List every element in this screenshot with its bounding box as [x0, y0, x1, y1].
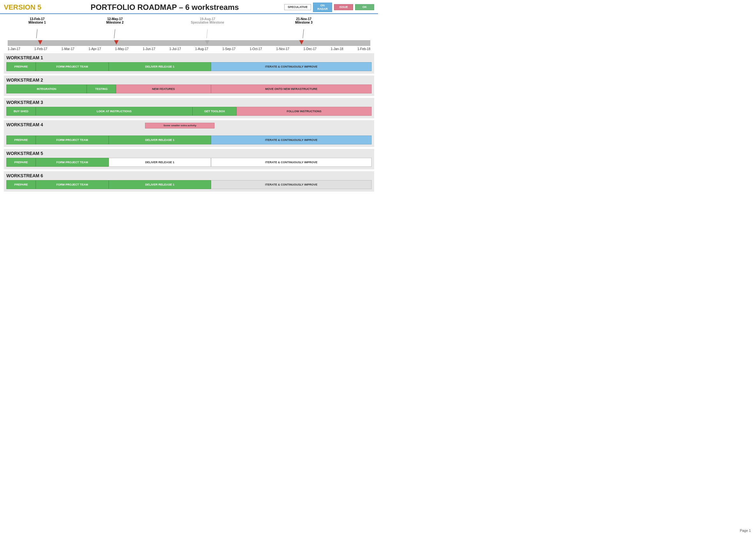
workstream-2: WORKSTREAM 2 INTEGRATION TESTING NEW FEA…: [4, 75, 374, 96]
milestone-marker-3: [205, 40, 209, 44]
milestone-marker-2: [114, 40, 119, 44]
milestone-1-label: 13-Feb-17 Milestone 1: [28, 17, 45, 24]
svg-line-1: [114, 29, 115, 38]
svg-line-0: [36, 29, 37, 38]
workstream-6-title: WORKSTREAM 6: [6, 173, 372, 178]
milestone-3-name: Speculative Milestone: [191, 21, 224, 24]
milestone-3-date: 19-Aug-17: [191, 17, 224, 21]
ws3-bar-look-instructions: LOOK AT INSTRUCTIONS: [36, 107, 193, 116]
tl-aug17: 1-Aug-17: [195, 47, 208, 51]
workstream-6: WORKSTREAM 6 PREPARE FORM PROJECT TEAM D…: [4, 171, 374, 192]
legend-on-radar: ONRADAR: [313, 3, 332, 12]
ws1-bar-prepare: PREPARE: [6, 62, 36, 71]
milestone-3-connector: [203, 29, 212, 39]
milestone-4-name: Milestone 3: [295, 21, 312, 24]
ws3-bar-follow-instructions: FOLLOW INSTRUCTIONS: [236, 107, 372, 116]
ws1-bar-form-team: FORM PROJECT TEAM: [36, 62, 109, 71]
workstreams-container: WORKSTREAM 1 PREPARE FORM PROJECT TEAM D…: [0, 51, 378, 195]
tl-dec17: 1-Dec-17: [303, 47, 316, 51]
ws6-bar-deliver: DELIVER RELEASE 1: [109, 180, 211, 189]
milestone-annotations: 13-Feb-17 Milestone 1 12-May-17 Mileston…: [4, 17, 374, 40]
tl-mar17: 1-Mar-17: [62, 47, 75, 51]
timeline-section: 13-Feb-17 Milestone 1 12-May-17 Mileston…: [0, 14, 378, 51]
workstream-5: WORKSTREAM 5 PREPARE FORM PROJECT TEAM D…: [4, 149, 374, 169]
ws6-bar-form-team: FORM PROJECT TEAM: [36, 180, 109, 189]
milestone-2-date: 12-May-17: [106, 17, 123, 21]
legend-speculative: SPECULATIVE: [284, 4, 311, 10]
legend: SPECULATIVE ONRADAR ISSUE OK: [284, 3, 374, 12]
milestone-4-connector: [299, 29, 309, 39]
tl-feb18: 1-Feb-18: [357, 47, 370, 51]
ws2-bar-move-infra: MOVE ONTO NEW INFRASTRUCTURE: [211, 84, 372, 94]
ws6-bar-iterate: ITERATE & CONTINUOUSLY IMPROVE: [211, 180, 372, 189]
workstream-4-gantt: PREPARE FORM PROJECT TEAM DELIVER RELEAS…: [6, 135, 372, 144]
ws2-bar-new-features: NEW FEATURES: [116, 84, 211, 94]
ws5-bar-prepare: PREPARE: [6, 158, 36, 167]
tl-jan18: 1-Jan-18: [331, 47, 343, 51]
version-label: VERSION 5: [4, 3, 45, 12]
workstream-1: WORKSTREAM 1 PREPARE FORM PROJECT TEAM D…: [4, 53, 374, 74]
tl-nov17: 1-Nov-17: [276, 47, 289, 51]
ws6-bar-prepare: PREPARE: [6, 180, 36, 189]
workstream-1-gantt: PREPARE FORM PROJECT TEAM DELIVER RELEAS…: [6, 62, 372, 71]
svg-line-3: [303, 29, 304, 38]
ws2-bar-integration: INTEGRATION: [6, 84, 87, 94]
workstream-3: WORKSTREAM 3 BUY SHED LOOK AT INSTRUCTIO…: [4, 98, 374, 118]
workstream-4: WORKSTREAM 4 Some smaller extra activity…: [4, 120, 374, 147]
legend-issue: ISSUE: [334, 4, 353, 10]
milestone-4-label: 21-Nov-17 Milestone 3: [295, 17, 312, 24]
tl-may17: 1-May-17: [115, 47, 128, 51]
tl-apr17: 1-Apr-17: [89, 47, 101, 51]
ws4-bar-form-team: FORM PROJECT TEAM: [36, 135, 109, 144]
milestone-1-name: Milestone 1: [28, 21, 45, 24]
workstream-3-gantt: BUY SHED LOOK AT INSTRUCTIONS GET TOOLBO…: [6, 107, 372, 116]
ws5-bar-deliver: DELIVER RELEASE 1: [109, 158, 211, 167]
timeline-labels: 1-Jan-17 1-Feb-17 1-Mar-17 1-Apr-17 1-Ma…: [8, 46, 370, 51]
workstream-2-title: WORKSTREAM 2: [6, 77, 372, 83]
tl-jul17: 1-Jul-17: [170, 47, 181, 51]
workstream-6-gantt: PREPARE FORM PROJECT TEAM DELIVER RELEAS…: [6, 180, 372, 189]
legend-ok: OK: [355, 4, 374, 10]
timeline-bar-container: 1-Jan-17 1-Feb-17 1-Mar-17 1-Apr-17 1-Ma…: [4, 40, 374, 51]
tl-feb17: 1-Feb-17: [35, 47, 47, 51]
tl-oct17: 1-Oct-17: [250, 47, 262, 51]
svg-line-2: [206, 29, 207, 38]
ws5-bar-form-team: FORM PROJECT TEAM: [36, 158, 109, 167]
timeline-bar: [8, 40, 370, 46]
tl-jan17: 1-Jan-17: [8, 47, 20, 51]
milestone-2-name: Milestone 2: [106, 21, 123, 24]
ws2-bar-testing: TESTING: [87, 84, 116, 94]
ws1-bar-deliver: DELIVER RELEASE 1: [109, 62, 211, 71]
ws3-bar-buy-shed: BUY SHED: [6, 107, 36, 116]
workstream-4-gantt-container: Some smaller extra activity PREPARE FORM…: [6, 129, 372, 144]
ws4-bar-deliver: DELIVER RELEASE 1: [109, 135, 211, 144]
workstream-2-gantt: INTEGRATION TESTING NEW FEATURES MOVE ON…: [6, 84, 372, 94]
tl-sep17: 1-Sep-17: [223, 47, 235, 51]
workstream-5-gantt: PREPARE FORM PROJECT TEAM DELIVER RELEAS…: [6, 158, 372, 167]
workstream-3-title: WORKSTREAM 3: [6, 100, 372, 105]
ws4-overlay-bar: Some smaller extra activity: [145, 123, 214, 128]
milestone-3-label: 19-Aug-17 Speculative Milestone: [191, 17, 224, 24]
header: VERSION 5 PORTFOLIO ROADMAP – 6 workstre…: [0, 0, 378, 14]
ws3-bar-get-toolbox: GET TOOLBOX: [193, 107, 236, 116]
milestone-2-label: 12-May-17 Milestone 2: [106, 17, 123, 24]
milestone-1-date: 13-Feb-17: [28, 17, 45, 21]
ws5-bar-iterate: ITERATE & CONTINUOUSLY IMPROVE: [211, 158, 372, 167]
main-title: PORTFOLIO ROADMAP – 6 workstreams: [45, 3, 284, 12]
milestone-marker-1: [38, 40, 42, 44]
milestone-1-connector: [33, 29, 42, 39]
ws1-bar-iterate: ITERATE & CONTINUOUSLY IMPROVE: [211, 62, 372, 71]
tl-jun17: 1-Jun-17: [143, 47, 155, 51]
workstream-5-title: WORKSTREAM 5: [6, 151, 372, 156]
ws4-bar-prepare: PREPARE: [6, 135, 36, 144]
milestone-2-connector: [110, 29, 120, 39]
milestone-marker-4: [299, 40, 304, 44]
milestone-4-date: 21-Nov-17: [295, 17, 312, 21]
workstream-1-title: WORKSTREAM 1: [6, 55, 372, 60]
ws4-bar-iterate: ITERATE & CONTINUOUSLY IMPROVE: [211, 135, 372, 144]
